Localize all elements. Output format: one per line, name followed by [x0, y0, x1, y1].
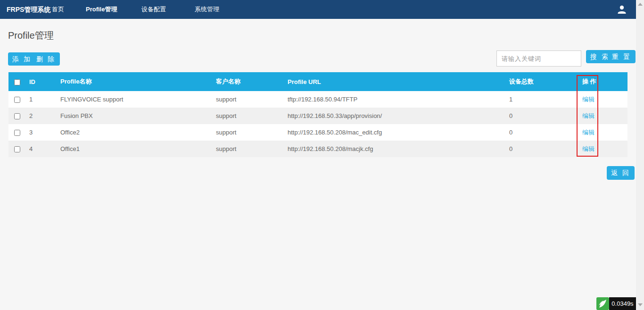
nav-item-profile[interactable]: Profile管理: [86, 0, 117, 19]
cell-device-count: 0: [504, 141, 577, 157]
user-icon[interactable]: [616, 4, 627, 15]
row-select-cell: [8, 141, 24, 157]
column-header-url: Profile URL: [282, 72, 504, 91]
elapsed-time-badge[interactable]: 0.0349s: [609, 297, 636, 310]
cell-customer: support: [210, 124, 282, 141]
app-brand[interactable]: FRPS管理系统: [7, 0, 50, 19]
profile-table-body: 1FLYINGVOICE supportsupporttftp://192.16…: [8, 91, 627, 157]
cell-profile-name: Office2: [55, 124, 210, 141]
column-header-customer: 客户名称: [210, 72, 282, 91]
column-header-device-count: 设备总数: [504, 72, 577, 91]
delete-button[interactable]: 删 除: [32, 52, 60, 66]
cell-device-count: 0: [504, 108, 577, 124]
nav-item-system[interactable]: 系统管理: [195, 0, 219, 19]
reset-button[interactable]: 重 置: [608, 50, 636, 63]
row-select-cell: [8, 91, 24, 108]
row-select-cell: [8, 108, 24, 124]
row-checkbox[interactable]: [14, 97, 20, 103]
thinkphp-logo-icon[interactable]: [596, 297, 609, 310]
column-header-profile-name: Profile名称: [55, 72, 210, 91]
table-row: 3Office2supporthttp://192.168.50.208/mac…: [8, 124, 627, 141]
edit-link[interactable]: 编辑: [582, 112, 594, 119]
cell-action: 编辑: [577, 91, 627, 108]
cell-action: 编辑: [577, 108, 627, 124]
scrollbar-down-arrow-icon[interactable]: [638, 303, 643, 306]
table-row: 2Fusion PBXsupporthttp://192.168.50.33/a…: [8, 108, 627, 124]
cell-action: 编辑: [577, 141, 627, 157]
edit-link[interactable]: 编辑: [582, 129, 594, 136]
scrollbar-up-arrow-icon[interactable]: [638, 3, 643, 6]
edit-link[interactable]: 编辑: [582, 145, 594, 152]
cell-customer: support: [210, 141, 282, 157]
row-checkbox[interactable]: [14, 113, 20, 119]
cell-id: 1: [24, 91, 55, 108]
nav-item-device[interactable]: 设备配置: [141, 0, 166, 19]
cell-customer: support: [210, 91, 282, 108]
table-header-row: ID Profile名称 客户名称 Profile URL 设备总数 操 作: [8, 72, 627, 91]
cell-id: 3: [24, 124, 55, 141]
table-row: 4Office1supporthttp://192.168.50.208/mac…: [8, 141, 627, 157]
vertical-scrollbar[interactable]: [636, 0, 644, 310]
cell-profile-name: Office1: [55, 141, 210, 157]
table-row: 1FLYINGVOICE supportsupporttftp://192.16…: [8, 91, 627, 108]
cell-device-count: 1: [504, 91, 577, 108]
cell-action: 编辑: [577, 124, 627, 141]
column-header-action: 操 作: [577, 72, 627, 91]
cell-url: http://192.168.50.208/macjk.cfg: [282, 141, 504, 157]
column-header-select: [8, 72, 24, 91]
cell-url: http://192.168.50.33/app/provision/: [282, 108, 504, 124]
nav-item-home[interactable]: 首页: [52, 0, 64, 19]
top-navbar: FRPS管理系统 首页 Profile管理 设备配置 系统管理: [0, 0, 636, 19]
cell-url: http://192.168.50.208/mac_edit.cfg: [282, 124, 504, 141]
row-checkbox[interactable]: [14, 146, 20, 152]
cell-url: tftp://192.168.50.94/TFTP: [282, 91, 504, 108]
cell-id: 4: [24, 141, 55, 157]
page-title: Profile管理: [8, 29, 54, 42]
edit-link[interactable]: 编辑: [582, 96, 594, 103]
column-header-id: ID: [24, 72, 55, 91]
cell-profile-name: Fusion PBX: [55, 108, 210, 124]
keyword-search-input[interactable]: [496, 50, 581, 67]
cell-device-count: 0: [504, 124, 577, 141]
row-checkbox[interactable]: [14, 130, 20, 136]
back-button[interactable]: 返 回: [607, 166, 635, 180]
profile-table: ID Profile名称 客户名称 Profile URL 设备总数 操 作 1…: [8, 72, 627, 157]
cell-profile-name: FLYINGVOICE support: [55, 91, 210, 108]
cell-id: 2: [24, 108, 55, 124]
row-select-cell: [8, 124, 24, 141]
select-all-checkbox[interactable]: [14, 79, 20, 85]
cell-customer: support: [210, 108, 282, 124]
